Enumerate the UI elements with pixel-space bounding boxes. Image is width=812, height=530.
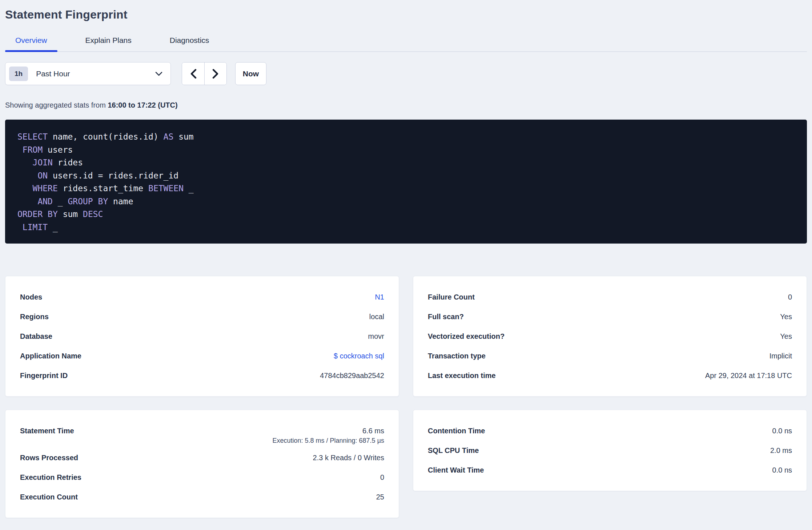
sql-segment: JOIN	[33, 158, 53, 167]
sql-segment: AND	[37, 197, 53, 206]
sql-segment: FROM	[23, 145, 43, 154]
tab-diagnostics[interactable]: Diagnostics	[160, 36, 220, 52]
row-value: 0	[380, 473, 384, 482]
row-value: 25	[376, 493, 384, 501]
sql-segment: rides	[53, 158, 83, 167]
tab-overview[interactable]: Overview	[5, 36, 57, 52]
row-label: Last execution time	[428, 372, 496, 380]
time-range-badge: 1h	[9, 67, 28, 81]
detail-row-database: Database movr	[20, 326, 384, 346]
detail-row-sql-cpu-time: SQL CPU Time 2.0 ms	[428, 441, 792, 460]
detail-row-application-name: Application Name $ cockroach sql	[20, 346, 384, 366]
sql-line: WHERE rides.start_time BETWEEN _	[17, 182, 795, 195]
row-label: Statement Time	[20, 427, 74, 435]
sql-line: FROM users	[17, 144, 795, 157]
chevron-down-icon	[155, 72, 162, 76]
sql-segment: DESC	[83, 209, 103, 219]
row-value: 0.0 ns	[772, 466, 792, 474]
row-value: Yes	[780, 332, 792, 341]
next-time-button[interactable]	[204, 63, 226, 85]
row-label: Fingerprint ID	[20, 372, 68, 380]
row-label: Rows Processed	[20, 454, 78, 462]
sql-segment: WHERE	[33, 184, 58, 193]
sql-segment: _	[48, 222, 58, 232]
sql-segment: name, count(rides.id)	[48, 132, 164, 141]
row-label: Client Wait Time	[428, 466, 484, 474]
chevron-right-icon	[212, 69, 219, 79]
stats-line-prefix: Showing aggregated stats from	[5, 101, 108, 109]
now-button[interactable]: Now	[235, 62, 266, 85]
row-label: Nodes	[20, 293, 42, 301]
row-value: 0.0 ns	[772, 427, 792, 435]
row-label: Execution Count	[20, 493, 78, 501]
time-controls: 1h Past Hour Now	[5, 62, 807, 85]
tab-bar: Overview Explain Plans Diagnostics	[5, 36, 807, 52]
sql-segment: rides.start_time	[58, 184, 148, 193]
sql-line: ON users.id = rides.rider_id	[17, 169, 795, 182]
detail-row-execution-count: Execution Count 25	[20, 487, 384, 507]
sql-segment: ON	[37, 171, 48, 180]
sql-statement-box: SELECT name, count(rides.id) AS sum FROM…	[5, 120, 807, 244]
wait-time-card: Contention Time 0.0 ns SQL CPU Time 2.0 …	[413, 410, 807, 491]
sql-segment	[17, 171, 37, 180]
sql-segment: _	[53, 197, 68, 206]
detail-row-vectorized-execution: Vectorized execution? Yes	[428, 326, 792, 346]
detail-row-fingerprint-id: Fingerprint ID 4784cb829aab2542	[20, 366, 384, 385]
sql-line: AND _ GROUP BY name	[17, 195, 795, 208]
sql-segment: GROUP BY	[68, 197, 108, 206]
row-label: Regions	[20, 313, 49, 321]
row-value: 2.0 ms	[770, 446, 792, 455]
performance-cards-row: Statement Time 6.6 ms Execution: 5.8 ms …	[5, 410, 807, 518]
execution-attributes-card: Failure Count 0 Full scan? Yes Vectorize…	[413, 276, 807, 397]
sql-segment: BETWEEN	[148, 184, 184, 193]
detail-row-execution-retries: Execution Retries 0	[20, 467, 384, 487]
sql-line: LIMIT _	[17, 221, 795, 234]
sql-segment	[17, 222, 23, 232]
overview-cards-row: Nodes N1 Regions local Database movr App…	[5, 276, 807, 397]
prev-time-button[interactable]	[182, 63, 204, 85]
sql-segment	[17, 158, 33, 167]
statement-details-card: Nodes N1 Regions local Database movr App…	[5, 276, 399, 397]
detail-row-rows-processed: Rows Processed 2.3 k Reads / 0 Writes	[20, 448, 384, 467]
detail-row-contention-time: Contention Time 0.0 ns	[428, 421, 792, 441]
sql-segment: LIMIT	[23, 222, 48, 232]
row-value: Implicit	[769, 352, 792, 360]
row-value: local	[369, 313, 384, 321]
detail-row-client-wait-time: Client Wait Time 0.0 ns	[428, 460, 792, 480]
detail-row-regions: Regions local	[20, 307, 384, 326]
sql-line: ORDER BY sum DESC	[17, 208, 795, 221]
sql-segment: sum	[173, 132, 193, 141]
row-value: Yes	[780, 313, 792, 321]
row-label: Database	[20, 332, 52, 341]
row-label: SQL CPU Time	[428, 446, 479, 455]
row-value: Apr 29, 2024 at 17:18 UTC	[705, 372, 792, 380]
nodes-link[interactable]: N1	[375, 293, 384, 301]
detail-row-transaction-type: Transaction type Implicit	[428, 346, 792, 366]
row-label: Application Name	[20, 352, 81, 360]
stats-line-range: 16:00 to 17:22 (UTC)	[108, 101, 177, 109]
detail-row-full-scan: Full scan? Yes	[428, 307, 792, 326]
sql-segment: sum	[58, 209, 83, 219]
statement-performance-card: Statement Time 6.6 ms Execution: 5.8 ms …	[5, 410, 399, 518]
row-value: 6.6 ms	[362, 427, 384, 435]
row-value: 2.3 k Reads / 0 Writes	[313, 454, 384, 462]
row-label: Vectorized execution?	[428, 332, 505, 341]
time-range-picker[interactable]: 1h Past Hour	[5, 62, 171, 85]
row-label: Failure Count	[428, 293, 475, 301]
detail-row-nodes: Nodes N1	[20, 287, 384, 307]
chevron-left-icon	[190, 69, 197, 79]
row-value: 0	[788, 293, 792, 301]
sql-segment: users.id = rides.rider_id	[48, 171, 178, 180]
row-label: Contention Time	[428, 427, 485, 435]
row-value: movr	[368, 332, 384, 341]
sql-segment: name	[108, 197, 133, 206]
sql-segment: ORDER BY	[17, 209, 58, 219]
application-name-link[interactable]: $ cockroach sql	[334, 352, 384, 360]
statement-time-breakdown: Execution: 5.8 ms / Planning: 687.5 µs	[20, 437, 384, 448]
page-title: Statement Fingerprint	[5, 0, 807, 21]
sql-segment: AS	[164, 132, 174, 141]
tab-explain-plans[interactable]: Explain Plans	[75, 36, 142, 52]
row-label: Transaction type	[428, 352, 486, 360]
sql-line: JOIN rides	[17, 156, 795, 169]
aggregated-stats-line: Showing aggregated stats from 16:00 to 1…	[5, 101, 807, 109]
